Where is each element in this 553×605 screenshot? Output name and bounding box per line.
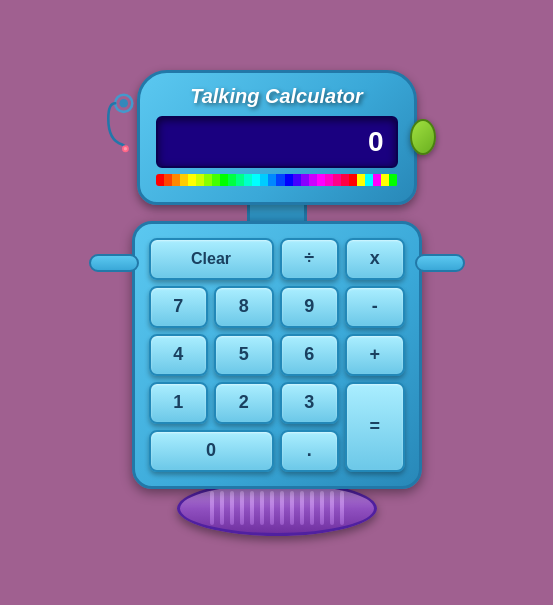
- rainbow-cell: [228, 174, 236, 186]
- foot-stripe: [240, 491, 244, 525]
- decimal-button[interactable]: .: [280, 430, 340, 472]
- foot-oval: [177, 481, 377, 536]
- keypad: Clear ÷ x 7 8 9 - 4 5 6 + 1 2 3 = 0 .: [149, 238, 405, 472]
- rainbow-cell: [180, 174, 188, 186]
- rainbow-strip: [156, 174, 398, 186]
- arm-right: [415, 254, 465, 272]
- rainbow-cell: [156, 174, 164, 186]
- one-button[interactable]: 1: [149, 382, 209, 424]
- rainbow-cell: [365, 174, 373, 186]
- svg-point-3: [123, 147, 126, 150]
- seven-button[interactable]: 7: [149, 286, 209, 328]
- rainbow-cell: [236, 174, 244, 186]
- rainbow-cell: [349, 174, 357, 186]
- rainbow-cell: [244, 174, 252, 186]
- minus-button[interactable]: -: [345, 286, 405, 328]
- rainbow-cell: [309, 174, 317, 186]
- foot-stripes: [210, 491, 344, 525]
- headphone: [102, 93, 142, 153]
- four-button[interactable]: 4: [149, 334, 209, 376]
- rainbow-cell: [325, 174, 333, 186]
- plus-button[interactable]: +: [345, 334, 405, 376]
- arm-left: [89, 254, 139, 272]
- nine-button[interactable]: 9: [280, 286, 340, 328]
- rainbow-cell: [357, 174, 365, 186]
- foot-stripe: [300, 491, 304, 525]
- rainbow-cell: [260, 174, 268, 186]
- zero-button[interactable]: 0: [149, 430, 274, 472]
- rainbow-cell: [285, 174, 293, 186]
- neck: [247, 205, 307, 221]
- foot-stripe: [310, 491, 314, 525]
- rainbow-cell: [317, 174, 325, 186]
- rainbow-cell: [220, 174, 228, 186]
- rainbow-cell: [373, 174, 381, 186]
- foot-stripe: [330, 491, 334, 525]
- foot-stripe: [210, 491, 214, 525]
- body-section: Clear ÷ x 7 8 9 - 4 5 6 + 1 2 3 = 0 .: [132, 221, 422, 489]
- foot-stripe: [280, 491, 284, 525]
- ear-knob: [410, 119, 436, 155]
- three-button[interactable]: 3: [280, 382, 340, 424]
- rainbow-cell: [389, 174, 397, 186]
- equals-button[interactable]: =: [345, 382, 405, 472]
- rainbow-cell: [164, 174, 172, 186]
- foot-stripe: [220, 491, 224, 525]
- divide-button[interactable]: ÷: [280, 238, 340, 280]
- foot-wrapper: [177, 481, 377, 536]
- foot-stripe: [290, 491, 294, 525]
- two-button[interactable]: 2: [214, 382, 274, 424]
- rainbow-cell: [204, 174, 212, 186]
- rainbow-cell: [381, 174, 389, 186]
- foot-stripe: [340, 491, 344, 525]
- rainbow-cell: [333, 174, 341, 186]
- app-title: Talking Calculator: [156, 85, 398, 108]
- eight-button[interactable]: 8: [214, 286, 274, 328]
- five-button[interactable]: 5: [214, 334, 274, 376]
- foot-stripe: [260, 491, 264, 525]
- rainbow-cell: [252, 174, 260, 186]
- rainbow-cell: [188, 174, 196, 186]
- rainbow-cell: [212, 174, 220, 186]
- multiply-button[interactable]: x: [345, 238, 405, 280]
- svg-point-1: [119, 99, 128, 108]
- rainbow-cell: [196, 174, 204, 186]
- rainbow-cell: [293, 174, 301, 186]
- display-value: 0: [368, 126, 384, 158]
- display-screen: 0: [156, 116, 398, 168]
- rainbow-cell: [268, 174, 276, 186]
- rainbow-cell: [276, 174, 284, 186]
- calculator: Talking Calculator 0 Clear ÷ x 7 8 9 - 4…: [117, 70, 437, 536]
- foot-stripe: [270, 491, 274, 525]
- foot-stripe: [230, 491, 234, 525]
- head-section: Talking Calculator 0: [137, 70, 417, 205]
- rainbow-cell: [172, 174, 180, 186]
- rainbow-cell: [341, 174, 349, 186]
- foot-stripe: [320, 491, 324, 525]
- six-button[interactable]: 6: [280, 334, 340, 376]
- rainbow-cell: [301, 174, 309, 186]
- clear-button[interactable]: Clear: [149, 238, 274, 280]
- foot-stripe: [250, 491, 254, 525]
